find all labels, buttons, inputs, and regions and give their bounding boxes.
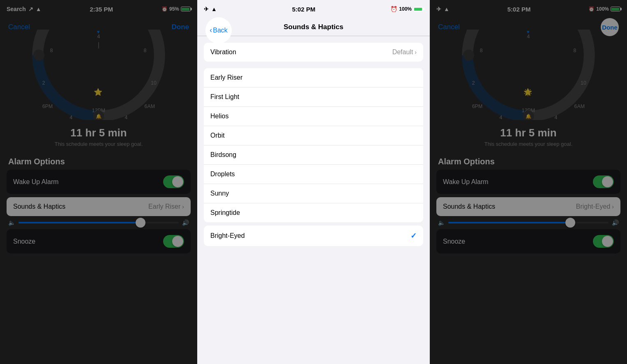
svg-text:6PM: 6PM (42, 104, 53, 109)
svg-point-11 (33, 50, 44, 61)
bright-eyed-section: Bright-Eyed ✓ (204, 226, 423, 246)
svg-text:4: 4 (500, 115, 503, 120)
right-panel: ✈ ▲ 5:02 PM ⏰ 100% Cancel Done 4 (430, 0, 627, 364)
svg-text:4: 4 (554, 115, 557, 120)
sound-label-early-riser: Early Riser (210, 74, 242, 81)
svg-text:4: 4 (70, 115, 73, 120)
snooze-toggle-left[interactable] (163, 235, 184, 248)
snooze-row-right[interactable]: Snooze (436, 229, 620, 253)
left-panel: Search ↗ ▲ 2:35 PM ⏰ 95% Cancel Done (0, 0, 197, 364)
battery-fill-mid (414, 8, 422, 11)
battery-fill-right (611, 8, 619, 11)
svg-text:6AM: 6AM (145, 104, 155, 109)
nav-bar-mid: ‹ Back Sounds & Haptics (197, 18, 430, 36)
alarm-icon-right: ⏰ (588, 6, 595, 12)
subtitle-right: This schedule meets your sleep goal. (430, 141, 627, 147)
chevron-icon-sounds-right: › (612, 203, 614, 210)
status-time-mid: 5:02 PM (292, 6, 316, 13)
sound-row-droplets[interactable]: Droplets (204, 165, 423, 184)
svg-text:8: 8 (480, 48, 483, 53)
clock-container-left: 4 8 8 10 2 12PM 6PM 6AM 4 4 🔔 ▾ (0, 38, 197, 120)
snooze-row-left[interactable]: Snooze (7, 229, 191, 253)
vibration-value: Default (392, 48, 413, 56)
alarm-icon: ⏰ (161, 6, 168, 12)
sound-label-droplets: Droplets (210, 170, 235, 178)
vol-low-icon-left: 🔈 (8, 219, 15, 226)
volume-row-right[interactable]: 🔈 🔊 (436, 219, 620, 226)
sound-row-early-riser[interactable]: Early Riser (204, 68, 423, 88)
sound-row-bright-eyed[interactable]: Bright-Eyed ✓ (204, 226, 423, 246)
battery-bar-left (181, 7, 191, 12)
svg-text:🌟: 🌟 (523, 88, 532, 97)
nav-title-mid: Sounds & Haptics (284, 23, 343, 31)
snooze-label-left: Snooze (13, 238, 35, 245)
wifi-icon: ↗ (28, 6, 33, 12)
volume-row-left[interactable]: 🔈 🔊 (7, 219, 191, 226)
signal-icon: ▲ (36, 6, 41, 12)
status-left: Search ↗ ▲ (7, 6, 41, 12)
vol-fill-right (448, 222, 569, 223)
middle-panel: ✈ ▲ 5:02 PM ⏰ 100% ‹ Back Sounds & Hapti… (197, 0, 430, 364)
sound-row-first-light[interactable]: First Light (204, 88, 423, 107)
status-right-left-section: ✈ ▲ (436, 6, 450, 12)
status-bar-right: ✈ ▲ 5:02 PM ⏰ 100% (430, 0, 627, 18)
sounds-selection-right: Bright-Eyed (576, 203, 611, 210)
wifi-icon-mid: ▲ (211, 6, 217, 12)
sound-label-sunny: Sunny (210, 190, 229, 197)
clock-svg-left: 4 8 8 10 2 12PM 6PM 6AM 4 4 🔔 ▾ (29, 30, 168, 120)
subtitle-left: This schedule meets your sleep goal. (0, 141, 197, 147)
sounds-value-left: Early Riser › (148, 203, 184, 210)
status-time-right: 5:02 PM (507, 6, 531, 13)
wake-up-toggle-right[interactable] (593, 175, 614, 188)
status-right-left: ⏰ 95% (161, 6, 191, 12)
svg-text:🔔: 🔔 (96, 113, 102, 119)
sound-row-birdsong[interactable]: Birdsong (204, 145, 423, 165)
sound-label-birdsong: Birdsong (210, 151, 236, 159)
sound-row-springtide[interactable]: Springtide (204, 203, 423, 222)
status-bar-left: Search ↗ ▲ 2:35 PM ⏰ 95% (0, 0, 197, 18)
vibration-label: Vibration (210, 48, 236, 56)
back-label-mid: Back (213, 27, 228, 34)
cancel-button-right[interactable]: Cancel (438, 23, 460, 31)
vol-high-icon-left: 🔊 (182, 219, 189, 226)
done-button-left[interactable]: Done (172, 23, 189, 31)
sound-row-orbit[interactable]: Orbit (204, 126, 423, 145)
vibration-section: Vibration Default › (204, 43, 423, 62)
battery-fill-left (182, 8, 189, 11)
sound-label-bright-eyed: Bright-Eyed (210, 232, 245, 240)
vol-low-icon-right: 🔈 (438, 219, 445, 226)
alarm-icon-mid: ⏰ (390, 6, 397, 12)
snooze-toggle-right[interactable] (593, 235, 614, 248)
wake-up-toggle-left[interactable] (163, 175, 184, 188)
cancel-button-left[interactable]: Cancel (8, 23, 30, 31)
alarm-options-heading-right: Alarm Options (430, 147, 627, 170)
sounds-haptics-row-right[interactable]: Sounds & Haptics Bright-Eyed › (436, 197, 620, 216)
wake-up-alarm-row-left[interactable]: Wake Up Alarm (7, 170, 191, 194)
battery-bar-right (611, 7, 620, 12)
checkmark-icon: ✓ (410, 231, 417, 240)
back-button-mid[interactable]: ‹ Back (205, 17, 232, 44)
sound-row-helios[interactable]: Helios (204, 107, 423, 126)
done-button-right[interactable]: Done (601, 18, 619, 36)
wake-up-label-right: Wake Up Alarm (443, 178, 489, 186)
vol-thumb-right[interactable] (565, 218, 575, 228)
sound-row-sunny[interactable]: Sunny (204, 184, 423, 203)
vol-track-left[interactable] (18, 222, 179, 223)
wake-up-alarm-row-right[interactable]: Wake Up Alarm (436, 170, 620, 194)
svg-text:10: 10 (151, 80, 157, 86)
svg-text:8: 8 (143, 48, 146, 53)
duration-right: 11 hr 5 min (430, 127, 627, 139)
snooze-label-right: Snooze (443, 238, 465, 245)
clock-container-right: 4 8 8 10 2 12PM 6PM 6AM 4 4 🔔 ▾ 🌟 (430, 38, 627, 120)
status-mid-left: ✈ ▲ (204, 6, 217, 12)
svg-text:8: 8 (50, 48, 53, 53)
vol-thumb-left[interactable] (136, 218, 145, 228)
svg-point-26 (463, 50, 474, 61)
wifi-icon-right: ▲ (444, 6, 450, 12)
svg-text:2: 2 (472, 80, 475, 86)
vol-track-right[interactable] (448, 222, 609, 223)
vibration-row[interactable]: Vibration Default › (204, 43, 423, 62)
vibration-value-container: Default › (392, 48, 417, 56)
sounds-haptics-row-left[interactable]: Sounds & Haptics Early Riser › (7, 197, 191, 216)
sound-label-first-light: First Light (210, 93, 239, 101)
